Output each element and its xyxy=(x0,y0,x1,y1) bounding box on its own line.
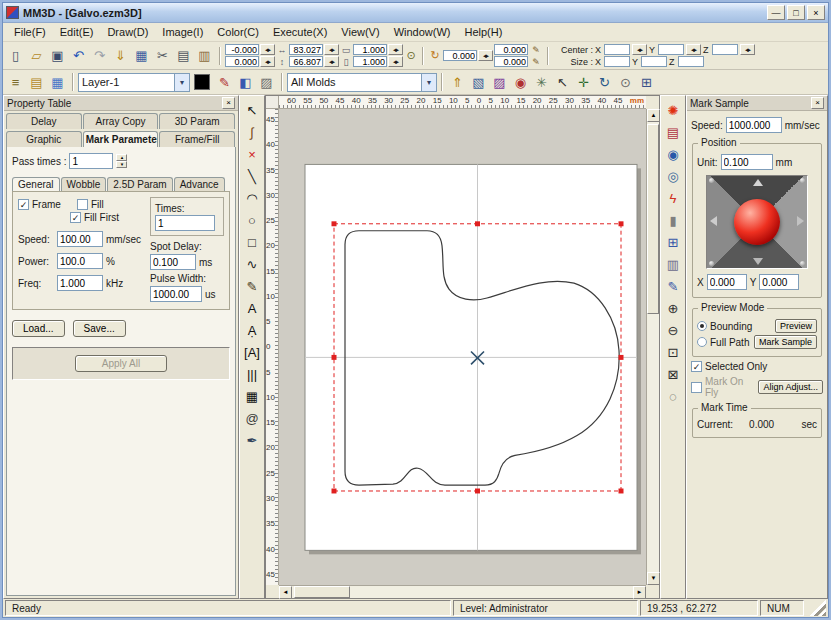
selection-handle[interactable] xyxy=(332,489,337,494)
curve-tool-icon[interactable]: ∿ xyxy=(241,254,263,275)
pos-x-field[interactable] xyxy=(225,44,259,55)
align-adjust-button[interactable]: Align Adjust... xyxy=(758,380,823,394)
close-icon[interactable]: × xyxy=(811,97,824,109)
mark-preview-icon[interactable]: ◉ xyxy=(510,72,531,93)
barcode-tool-icon[interactable]: ||| xyxy=(241,364,263,385)
fill-first-checkbox[interactable]: ✓ xyxy=(70,212,81,223)
times-field[interactable] xyxy=(155,215,215,231)
pulse-width-field[interactable] xyxy=(150,286,202,302)
line-tool-icon[interactable]: ╲ xyxy=(241,166,263,187)
hatch-style-icon[interactable]: ▨ xyxy=(256,72,277,93)
scroll-left-icon[interactable]: ◄ xyxy=(279,586,292,599)
cut-icon[interactable]: ✂ xyxy=(152,45,173,66)
menu-item[interactable]: Window(W) xyxy=(387,24,458,40)
selection-handle[interactable] xyxy=(619,221,624,226)
menu-item[interactable]: File(F) xyxy=(7,24,53,40)
mold-export-icon[interactable]: ⇑ xyxy=(447,72,468,93)
boxed-text-tool-icon[interactable]: [A] xyxy=(241,342,263,363)
horizontal-scroll-track[interactable] xyxy=(292,586,633,598)
close-icon[interactable]: × xyxy=(222,97,235,109)
scale-x-field[interactable] xyxy=(353,44,387,55)
vertical-scrollbar[interactable]: ▲ ▼ xyxy=(646,109,659,585)
selected-only-checkbox[interactable]: ✓ xyxy=(691,361,702,372)
subtab-advance[interactable]: Advance xyxy=(174,177,225,191)
restore-button[interactable]: □ xyxy=(787,5,805,20)
matrix-code-tool-icon[interactable]: ▦ xyxy=(241,386,263,407)
mold-select[interactable]: All Molds ▾ xyxy=(287,73,437,92)
fill-style-icon[interactable]: ◧ xyxy=(235,72,256,93)
copy-icon[interactable]: ▤ xyxy=(173,45,194,66)
size-h-field[interactable] xyxy=(289,56,323,67)
red-light-icon[interactable]: ✺ xyxy=(662,100,684,121)
selection-handle[interactable] xyxy=(475,489,480,494)
jog-pad[interactable] xyxy=(706,175,808,269)
pos-y-field[interactable] xyxy=(225,56,259,67)
edit-offset-x-icon[interactable]: ✎ xyxy=(529,45,543,55)
size-y-field[interactable] xyxy=(641,56,667,67)
spin-down-icon[interactable]: ▾ xyxy=(116,161,127,168)
mark-sample-button[interactable]: Mark Sample xyxy=(754,335,817,349)
angle-nudge-buttons[interactable]: ◂▸ xyxy=(478,50,493,61)
grid-icon[interactable]: ⊞ xyxy=(662,232,684,253)
spin-up-icon[interactable]: ▴ xyxy=(116,154,127,161)
open-icon[interactable]: ▱ xyxy=(26,45,47,66)
zoom-extents-icon[interactable]: ⊠ xyxy=(662,364,684,385)
pen-tool-icon[interactable]: ✎ xyxy=(241,276,263,297)
frame-checkbox[interactable]: ✓ xyxy=(18,199,29,210)
selection-handle[interactable] xyxy=(332,355,337,360)
lock-proportion-icon[interactable]: ⊙ xyxy=(404,49,418,62)
menu-item[interactable]: Execute(X) xyxy=(266,24,334,40)
power-field[interactable] xyxy=(57,253,103,269)
ellipse-tool-icon[interactable]: ○ xyxy=(241,210,263,231)
fill-parameter-icon[interactable]: ▨ xyxy=(489,72,510,93)
pos-x-nudge-buttons[interactable]: ◂▸ xyxy=(260,44,275,55)
save-button[interactable]: Save... xyxy=(73,320,126,337)
bounding-radio[interactable] xyxy=(697,321,707,331)
layer-select[interactable]: Layer-1 ▾ xyxy=(78,73,190,92)
selection-handle[interactable] xyxy=(619,489,624,494)
horizontal-scroll-thumb[interactable] xyxy=(294,586,350,598)
mark-on-fly-checkbox[interactable] xyxy=(691,382,702,393)
preview-button[interactable]: Preview xyxy=(775,319,817,333)
import-entity-icon[interactable]: ⇓ xyxy=(110,45,131,66)
stop-icon[interactable]: ▮ xyxy=(662,210,684,231)
menu-item[interactable]: Draw(D) xyxy=(100,24,155,40)
center-x-field[interactable] xyxy=(604,44,630,55)
move-tool-icon[interactable]: ✛ xyxy=(573,72,594,93)
tab-graphic[interactable]: Graphic xyxy=(6,131,82,147)
save-icon[interactable]: ▣ xyxy=(47,45,68,66)
jog-down-icon[interactable] xyxy=(753,258,763,265)
view-eye-icon[interactable]: ◎ xyxy=(662,166,684,187)
mark-y-field[interactable] xyxy=(759,274,799,290)
zoom-selected-icon[interactable]: ◌ xyxy=(662,386,684,407)
hatch-manager-icon[interactable]: ▦ xyxy=(131,45,152,66)
zoom-out-icon[interactable]: ⊖ xyxy=(662,320,684,341)
scroll-up-icon[interactable]: ▲ xyxy=(647,109,660,122)
size-h-nudge-buttons[interactable]: ◂▸ xyxy=(324,56,339,67)
scale-x-nudge-buttons[interactable]: ◂▸ xyxy=(388,44,403,55)
paste-icon[interactable]: ▥ xyxy=(194,45,215,66)
center-y-nudge-buttons[interactable]: ◂▸ xyxy=(686,44,701,55)
tab-frame-fill[interactable]: Frame/Fill xyxy=(159,131,235,147)
menu-item[interactable]: Image(I) xyxy=(155,24,210,40)
entity-list-icon[interactable]: ≡ xyxy=(5,72,26,93)
scroll-down-icon[interactable]: ▼ xyxy=(647,572,660,585)
unit-field[interactable] xyxy=(721,154,773,170)
scroll-right-icon[interactable]: ► xyxy=(633,586,646,599)
scale-y-nudge-buttons[interactable]: ◂▸ xyxy=(388,56,403,67)
rotate-icon[interactable]: ↻ xyxy=(428,49,442,62)
undo-icon[interactable]: ↶ xyxy=(68,45,89,66)
edit-offset-y-icon[interactable]: ✎ xyxy=(529,57,543,67)
center-y-field[interactable] xyxy=(658,44,684,55)
mold-manager-icon[interactable]: ▧ xyxy=(468,72,489,93)
stylus-tool-icon[interactable]: ✒ xyxy=(241,430,263,451)
chevron-down-icon[interactable]: ▾ xyxy=(421,74,436,91)
pass-times-field[interactable] xyxy=(69,153,113,169)
pen-color-icon[interactable]: ✎ xyxy=(214,72,235,93)
chevron-down-icon[interactable]: ▾ xyxy=(174,74,189,91)
lock-icon[interactable]: ⊙ xyxy=(615,72,636,93)
menu-item[interactable]: View(V) xyxy=(334,24,386,40)
quick-mark-icon[interactable]: ϟ xyxy=(662,188,684,209)
fill-checkbox[interactable] xyxy=(77,199,88,210)
horizontal-scrollbar[interactable]: ◄ ► xyxy=(279,585,646,598)
